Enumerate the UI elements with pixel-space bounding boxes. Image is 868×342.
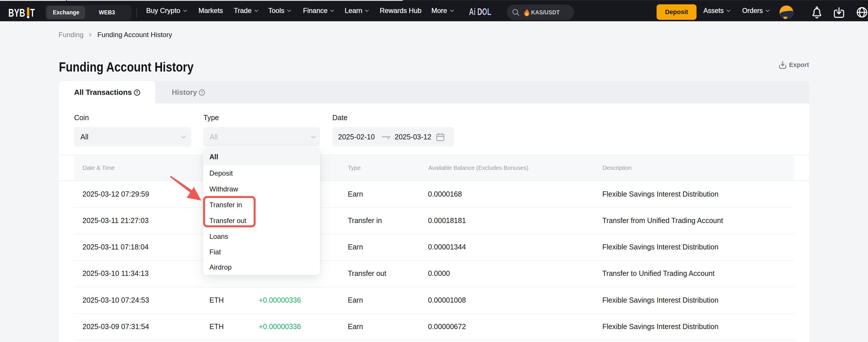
svg-text:?: ? (201, 90, 203, 94)
svg-text:?: ? (136, 90, 138, 94)
